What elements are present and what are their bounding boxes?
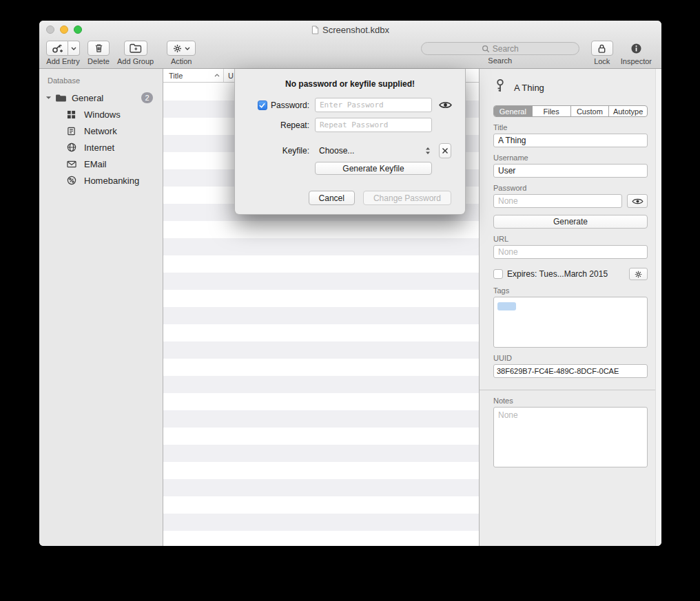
expires-gear-button[interactable] [629, 268, 648, 280]
uuid-field[interactable] [493, 364, 648, 378]
add-group-button[interactable] [124, 41, 147, 56]
add-entry-label: Add Entry [46, 57, 79, 65]
app-window: Screenshot.kdbx Add Entry D [39, 21, 661, 546]
globe-icon [67, 143, 79, 152]
sidebar-item-network[interactable]: Network [39, 123, 163, 139]
reveal-password-button[interactable] [627, 194, 648, 208]
delete-button[interactable] [88, 41, 110, 56]
sidebar-item-label: Network [84, 126, 117, 136]
show-password-button[interactable] [439, 98, 452, 112]
window-minimize-button[interactable] [60, 25, 68, 34]
keyfile-dropdown[interactable]: Choose... [315, 144, 432, 158]
search-input[interactable]: Search [421, 42, 579, 55]
lock-button[interactable] [591, 41, 613, 56]
count-badge: 2 [141, 92, 153, 103]
change-password-dialog: No password or keyfile supplied! Passwor… [234, 69, 466, 215]
sidebar-item-email[interactable]: EMail [39, 156, 163, 172]
sidebar-item-windows[interactable]: Windows [39, 106, 163, 123]
disclosure-triangle-icon[interactable] [45, 96, 53, 100]
title-field[interactable] [493, 134, 648, 147]
inspector-label: Inspector [621, 57, 652, 65]
url-label: URL [493, 235, 648, 243]
password-label: Password [493, 184, 648, 192]
search-label: Search [488, 56, 512, 65]
password-field[interactable] [493, 194, 622, 208]
entry-key-icon [493, 78, 507, 96]
windows-icon [67, 110, 79, 119]
checkmark-icon [259, 103, 265, 108]
trash-icon [94, 43, 104, 54]
change-password-button[interactable]: Change Password [363, 191, 451, 205]
inspector-button[interactable] [628, 41, 645, 56]
action-toolbar-item: Action [167, 41, 196, 65]
password-checkbox[interactable] [258, 101, 267, 110]
eye-icon [439, 101, 452, 109]
entry-header: A Thing [493, 78, 648, 96]
search-icon [482, 45, 490, 53]
sidebar-header: Database [39, 73, 163, 89]
action-button[interactable] [167, 41, 196, 56]
keyfile-row: Keyfile: Choose... [235, 143, 465, 158]
key-plus-icon [52, 43, 63, 54]
expires-checkbox[interactable] [493, 269, 503, 279]
cancel-button[interactable]: Cancel [309, 191, 355, 205]
sidebar-item-homebanking[interactable]: Homebanking [39, 172, 163, 189]
repeat-password-input[interactable] [315, 118, 432, 132]
add-entry-dropdown-button[interactable] [68, 41, 80, 56]
window-close-button[interactable] [46, 25, 54, 34]
add-group-toolbar-item: Add Group [117, 41, 154, 65]
sidebar-group-general[interactable]: General 2 [39, 89, 163, 106]
repeat-label: Repeat: [280, 120, 309, 130]
column-header-username[interactable]: U [224, 72, 234, 80]
expires-row: Expires: Tues...March 2015 [493, 268, 648, 280]
sidebar: Database General 2 Windows [39, 69, 163, 546]
tags-label: Tags [493, 286, 648, 295]
folder-icon [55, 94, 68, 103]
add-group-label: Add Group [117, 57, 154, 65]
dialog-message: No password or keyfile supplied! [235, 79, 465, 89]
url-field[interactable] [493, 245, 648, 259]
enter-password-input[interactable] [315, 98, 432, 112]
gear-icon [172, 43, 183, 54]
username-label: Username [493, 154, 648, 162]
password-row [493, 194, 648, 208]
window-title-text: Screenshot.kdbx [322, 25, 389, 35]
clear-keyfile-button[interactable] [439, 143, 451, 158]
sidebar-item-internet[interactable]: Internet [39, 139, 163, 156]
tag-chip[interactable] [497, 302, 516, 310]
window-titlebar: Screenshot.kdbx [39, 21, 661, 39]
chevron-down-icon [71, 47, 76, 50]
tags-field[interactable] [493, 297, 648, 348]
window-zoom-button[interactable] [74, 25, 82, 34]
window-title: Screenshot.kdbx [311, 25, 389, 35]
lock-label: Lock [594, 57, 610, 65]
title-label: Title [493, 123, 648, 131]
entry-title: A Thing [514, 83, 544, 93]
scrollbar-track[interactable] [655, 69, 661, 546]
generate-keyfile-button[interactable]: Generate Keyfile [315, 162, 432, 175]
homebanking-icon [67, 176, 79, 185]
chevron-down-icon [185, 47, 190, 50]
keyfile-value: Choose... [319, 146, 354, 156]
traffic-lights [46, 21, 82, 39]
uuid-label: UUID [493, 354, 648, 362]
tab-general[interactable]: General [494, 106, 533, 116]
delete-toolbar-item: Delete [88, 41, 110, 65]
repeat-row: Repeat: [235, 118, 465, 132]
inspector-toolbar-item: Inspector [621, 41, 652, 65]
username-field[interactable] [493, 164, 648, 178]
tab-files[interactable]: Files [533, 106, 571, 116]
tab-custom[interactable]: Custom [571, 106, 610, 116]
document-icon [311, 25, 319, 34]
sidebar-item-label: Homebanking [84, 176, 139, 186]
generate-button[interactable]: Generate [493, 215, 648, 229]
sidebar-group-label: General [72, 93, 103, 103]
tab-autotype[interactable]: Autotype [609, 106, 647, 116]
toolbar: Add Entry Delete Add Group Action [39, 39, 661, 69]
column-header-title[interactable]: Title [163, 69, 224, 82]
search-placeholder-text: Search [493, 44, 519, 54]
stepper-icon [425, 147, 431, 155]
inspector-content: A Thing General Files Custom Autotype Ti… [480, 69, 661, 470]
add-entry-button[interactable] [46, 41, 68, 56]
notes-field[interactable] [493, 407, 648, 467]
